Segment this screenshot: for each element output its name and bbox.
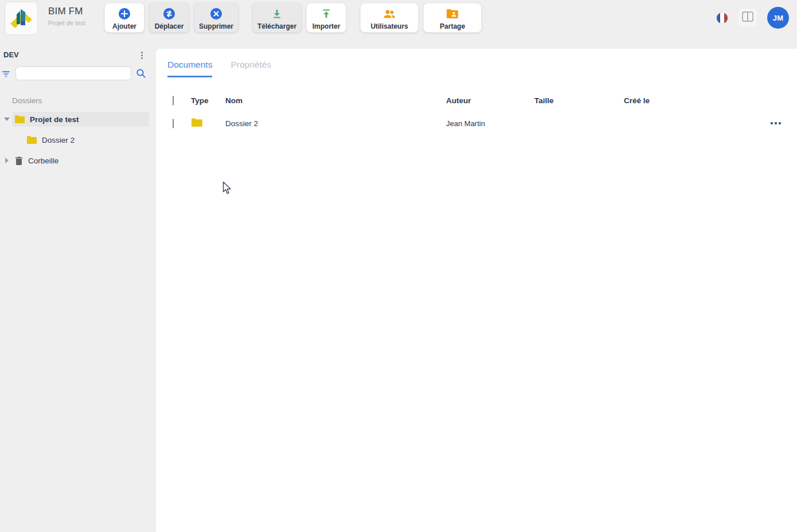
split-view-icon — [742, 11, 753, 24]
folder-icon — [26, 135, 37, 144]
top-toolbar: BIM FM Projet de test Ajouter Déplacer S… — [0, 0, 797, 36]
move-arrows-icon — [163, 7, 175, 20]
tree-item-label: Projet de test — [30, 115, 79, 124]
folder-shared-icon — [446, 7, 459, 20]
user-avatar[interactable]: JM — [767, 7, 789, 29]
folders-section-label: Dossiers — [12, 96, 156, 105]
users-button[interactable]: Utilisateurs — [360, 3, 419, 33]
filter-icon[interactable] — [2, 69, 10, 80]
tree-item-label: Corbeille — [28, 157, 58, 165]
bimfm-logo-icon — [9, 5, 34, 32]
table-row[interactable]: Dossier 2 Jean Martin — [156, 111, 797, 136]
documents-table: Type Nom Auteur Taille Créé le Dossier 2… — [156, 90, 797, 136]
row-name-cell[interactable]: Dossier 2 — [225, 119, 446, 128]
tab-bar: Documents Propriétés — [156, 49, 797, 77]
import-button-label: Importer — [312, 22, 341, 30]
french-flag-icon[interactable] — [716, 12, 728, 24]
column-header-nom[interactable]: Nom — [225, 96, 446, 105]
app-title-block: BIM FM Projet de test — [48, 6, 85, 26]
kebab-menu-icon[interactable] — [136, 49, 147, 61]
folder-icon — [14, 115, 25, 124]
folder-icon — [191, 120, 203, 129]
column-header-taille[interactable]: Taille — [534, 96, 624, 105]
search-icon[interactable] — [136, 68, 146, 81]
sidebar: DEV Dossiers Projet de test Dossier 2 — [0, 36, 156, 532]
column-header-type[interactable]: Type — [191, 96, 225, 105]
sidebar-search-row — [0, 66, 156, 81]
trash-icon — [14, 156, 24, 166]
folder-tree: Projet de test Dossier 2 Corbeille — [0, 112, 156, 168]
tree-item-corbeille[interactable]: Corbeille — [12, 153, 149, 168]
users-button-label: Utilisateurs — [370, 22, 408, 30]
select-all-checkbox[interactable] — [173, 96, 174, 105]
row-author-cell: Jean Martin — [446, 119, 534, 128]
move-button[interactable]: Déplacer — [149, 3, 189, 33]
column-header-cree-le[interactable]: Créé le — [624, 96, 760, 105]
app-logo[interactable] — [5, 2, 38, 35]
folder-search-input[interactable] — [15, 66, 131, 80]
people-icon — [382, 7, 397, 20]
delete-button[interactable]: Supprimer — [194, 3, 239, 33]
row-checkbox[interactable] — [173, 119, 174, 128]
share-button-label: Partage — [440, 22, 465, 30]
chevron-down-icon[interactable] — [3, 116, 10, 123]
x-circle-icon — [210, 7, 222, 20]
tab-proprietes[interactable]: Propriétés — [230, 60, 271, 77]
column-header-auteur[interactable]: Auteur — [446, 96, 534, 105]
import-button[interactable]: Importer — [306, 3, 346, 33]
row-type-cell — [191, 118, 225, 129]
download-button-label: Télécharger — [257, 22, 296, 30]
table-header-row: Type Nom Auteur Taille Créé le — [156, 90, 797, 111]
tree-item-projet-de-test[interactable]: Projet de test — [12, 112, 149, 127]
toolbar-buttons: Ajouter Déplacer Supprimer Télécharger I — [104, 3, 486, 33]
sidebar-header: DEV — [0, 50, 156, 64]
topbar-right: JM — [716, 7, 789, 29]
download-button[interactable]: Télécharger — [252, 3, 302, 33]
add-button-label: Ajouter — [112, 22, 136, 30]
share-button[interactable]: Partage — [423, 3, 482, 33]
upload-icon — [320, 7, 333, 20]
add-button[interactable]: Ajouter — [104, 3, 144, 33]
tab-documents[interactable]: Documents — [167, 60, 212, 77]
tree-item-label: Dossier 2 — [42, 136, 75, 144]
app-title: BIM FM — [48, 6, 85, 17]
move-button-label: Déplacer — [155, 22, 184, 30]
chevron-right-icon[interactable] — [3, 157, 10, 164]
app-subtitle: Projet de test — [48, 19, 85, 26]
delete-button-label: Supprimer — [199, 22, 233, 30]
tree-item-dossier-2[interactable]: Dossier 2 — [12, 132, 149, 147]
main-panel: Documents Propriétés Type Nom Auteur Tai… — [156, 49, 797, 532]
download-icon — [271, 7, 283, 20]
row-actions-button[interactable] — [771, 120, 781, 127]
plus-circle-icon — [118, 7, 131, 20]
environment-label: DEV — [3, 50, 19, 59]
split-view-button[interactable] — [739, 9, 757, 27]
